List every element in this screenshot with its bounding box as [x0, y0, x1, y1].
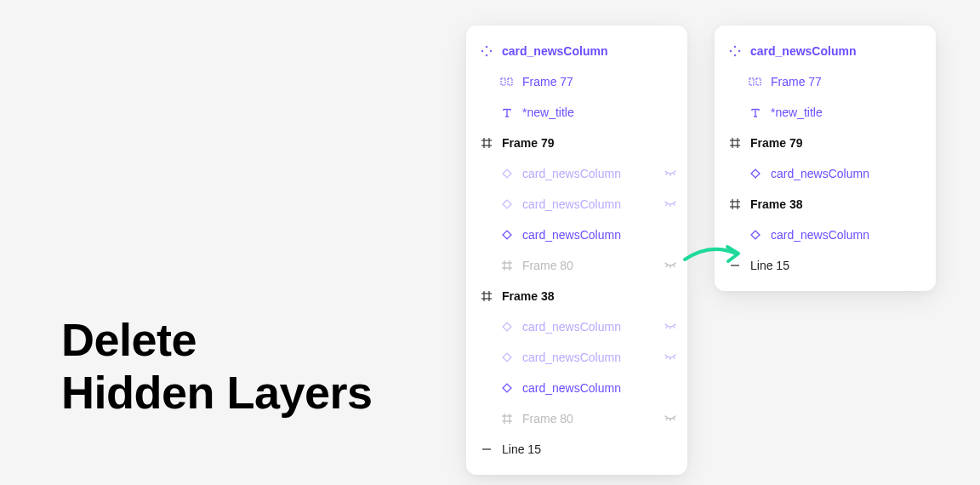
svg-line-42: [674, 357, 675, 359]
layer-row[interactable]: card_newsColumn: [466, 36, 687, 66]
svg-line-38: [674, 327, 675, 328]
diamond-icon: [500, 228, 514, 242]
headline-line-1: Delete: [61, 313, 373, 366]
layer-row[interactable]: Frame 79: [715, 128, 936, 158]
svg-rect-55: [738, 50, 741, 53]
svg-rect-2: [481, 50, 484, 53]
svg-rect-43: [503, 384, 511, 392]
diamond-icon: [749, 228, 762, 242]
hidden-eye-icon[interactable]: [664, 412, 677, 425]
frame-icon: [480, 136, 493, 150]
frame-icon: [500, 259, 514, 272]
layer-row[interactable]: card_newsColumn: [466, 373, 687, 403]
svg-rect-53: [734, 54, 737, 57]
layer-label: card_newsColumn: [502, 44, 677, 58]
svg-line-22: [674, 204, 675, 206]
svg-rect-4: [501, 78, 505, 85]
layer-label: Frame 80: [522, 412, 664, 425]
layer-label: card_newsColumn: [522, 320, 664, 334]
layer-row[interactable]: Frame 38: [466, 281, 687, 311]
svg-rect-67: [751, 169, 760, 178]
layer-row[interactable]: card_newsColumn: [466, 158, 687, 189]
layers-panel-after: card_newsColumn Frame 77 *new_title Fram…: [715, 26, 936, 291]
svg-rect-56: [749, 78, 754, 85]
layer-row[interactable]: card_newsColumn: [715, 158, 936, 189]
layer-row[interactable]: Frame 80: [466, 403, 687, 434]
svg-line-36: [666, 327, 667, 328]
layer-row[interactable]: *new_title: [715, 97, 936, 128]
layer-row[interactable]: card_newsColumn: [466, 342, 687, 373]
svg-rect-3: [490, 50, 493, 53]
svg-rect-15: [503, 169, 511, 178]
layer-row[interactable]: Line 15: [715, 250, 936, 281]
layer-row[interactable]: card_newsColumn: [466, 189, 687, 220]
svg-line-48: [666, 419, 667, 420]
hidden-eye-icon[interactable]: [664, 197, 677, 211]
layer-label: card_newsColumn: [522, 197, 664, 211]
svg-rect-0: [486, 46, 488, 48]
hidden-eye-icon[interactable]: [664, 259, 677, 272]
svg-line-30: [674, 265, 675, 267]
frame-icon: [480, 289, 493, 303]
svg-rect-23: [503, 231, 511, 239]
text-icon: [749, 106, 762, 119]
layer-label: Line 15: [502, 442, 677, 456]
layer-row[interactable]: Frame 80: [466, 250, 687, 281]
layer-row[interactable]: Line 15: [466, 434, 687, 465]
diamond-icon: [500, 197, 514, 211]
diamond-icon: [500, 320, 514, 334]
svg-line-50: [674, 419, 675, 420]
layer-label: card_newsColumn: [771, 228, 926, 242]
svg-rect-54: [730, 50, 732, 53]
diamond-icon: [500, 351, 514, 364]
layer-row[interactable]: card_newsColumn: [466, 311, 687, 342]
svg-line-40: [666, 357, 667, 359]
layer-label: *new_title: [522, 106, 677, 119]
frame-icon: [728, 197, 742, 211]
headline-line-2: Hidden Layers: [61, 366, 373, 419]
frame-icon: [728, 136, 742, 150]
diamond-icon: [749, 167, 762, 180]
line-icon: [480, 442, 493, 456]
layer-row[interactable]: Frame 79: [466, 128, 687, 158]
svg-rect-1: [486, 54, 488, 57]
instance-frame-icon: [749, 75, 762, 88]
layer-label: *new_title: [771, 106, 926, 119]
layer-label: card_newsColumn: [771, 167, 926, 180]
layer-row[interactable]: card_newsColumn: [466, 220, 687, 250]
layer-row[interactable]: Frame 77: [466, 66, 687, 97]
diamond-icon: [500, 167, 514, 180]
layer-label: Line 15: [750, 259, 926, 272]
layer-row[interactable]: *new_title: [466, 97, 687, 128]
layer-label: Frame 77: [771, 75, 926, 88]
headline: Delete Hidden Layers: [61, 313, 373, 419]
layer-label: Frame 79: [502, 136, 677, 150]
layer-label: card_newsColumn: [522, 381, 677, 395]
svg-rect-39: [503, 353, 511, 362]
layer-label: Frame 77: [522, 75, 677, 88]
diamond-icon: [500, 381, 514, 395]
layer-row[interactable]: card_newsColumn: [715, 36, 936, 66]
component-icon: [480, 44, 493, 58]
svg-rect-19: [503, 200, 511, 208]
instance-frame-icon: [500, 75, 514, 88]
hidden-eye-icon[interactable]: [664, 351, 677, 364]
component-icon: [728, 44, 742, 58]
hidden-eye-icon[interactable]: [664, 167, 677, 180]
svg-line-18: [674, 174, 675, 175]
line-icon: [728, 259, 742, 272]
svg-line-16: [666, 174, 667, 175]
svg-rect-5: [508, 78, 512, 85]
layer-row[interactable]: card_newsColumn: [715, 220, 936, 250]
layer-label: Frame 80: [522, 259, 664, 272]
svg-line-28: [666, 265, 667, 267]
layer-label: card_newsColumn: [522, 351, 664, 364]
layer-label: card_newsColumn: [522, 167, 664, 180]
layer-row[interactable]: Frame 38: [715, 189, 936, 220]
layer-label: card_newsColumn: [522, 228, 677, 242]
svg-line-20: [666, 204, 667, 206]
layer-row[interactable]: Frame 77: [715, 66, 936, 97]
layer-label: card_newsColumn: [750, 44, 926, 58]
hidden-eye-icon[interactable]: [664, 320, 677, 334]
layer-label: Frame 38: [750, 197, 926, 211]
